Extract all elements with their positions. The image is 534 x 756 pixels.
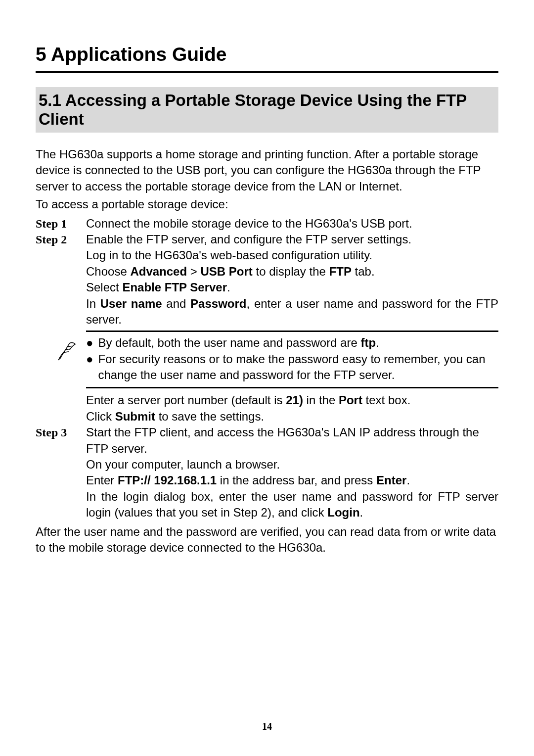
text: in the xyxy=(303,393,339,407)
note-icon-cell xyxy=(57,335,77,362)
step-1: Step 1 Connect the mobile storage device… xyxy=(36,216,498,232)
text: and xyxy=(162,297,191,310)
text: . xyxy=(227,281,230,294)
note-list: ● By default, both the user name and pas… xyxy=(86,335,498,383)
step-3-line-4: In the login dialog box, enter the user … xyxy=(86,489,498,521)
text: in the address bar, and press xyxy=(217,473,376,487)
step-2-line-4: Select Enable FTP Server. xyxy=(86,280,498,295)
text: text box. xyxy=(362,393,410,407)
text: . xyxy=(406,473,410,487)
text: > xyxy=(187,265,200,278)
text: Enter xyxy=(86,473,118,487)
ftp-address: FTP:// 192.168.1.1 xyxy=(118,473,217,487)
note-bullet-1-text: By default, both the user name and passw… xyxy=(98,335,379,351)
key-enter: Enter xyxy=(376,473,406,487)
step-3-line-2: On your computer, launch a browser. xyxy=(86,457,498,472)
note-box: ● By default, both the user name and pas… xyxy=(86,331,498,388)
step-2: Step 2 Enable the FTP server, and config… xyxy=(36,232,498,425)
text: In the login dialog box, enter the user … xyxy=(86,490,498,519)
default-credential: ftp xyxy=(361,336,376,349)
step-3-label: Step 3 xyxy=(36,425,75,440)
text: Select xyxy=(86,281,122,294)
field-password: Password xyxy=(190,297,246,310)
note-bullet-2: ● For security reasons or to make the pa… xyxy=(86,351,498,383)
instruction-lead: To access a portable storage device: xyxy=(36,196,498,212)
step-2-line-3: Choose Advanced > USB Port to display th… xyxy=(86,264,498,280)
intro-paragraph: The HG630a supports a home storage and p… xyxy=(36,146,498,194)
bullet-icon: ● xyxy=(86,351,93,367)
menu-advanced: Advanced xyxy=(130,265,187,278)
note-icon xyxy=(57,339,77,362)
page-number: 14 xyxy=(0,721,534,732)
step-2-line-1: Enable the FTP server, and configure the… xyxy=(86,232,498,247)
step-2-line-7: Click Submit to save the settings. xyxy=(86,409,498,425)
text: Click xyxy=(86,410,115,423)
tab-ftp: FTP xyxy=(329,265,352,278)
step-3-content: Start the FTP client, and access the HG6… xyxy=(86,425,498,520)
steps-list: Step 1 Connect the mobile storage device… xyxy=(36,216,498,521)
text: Enter a server port number (default is xyxy=(86,393,286,407)
step-1-content: Connect the mobile storage device to the… xyxy=(86,216,498,232)
text: to display the xyxy=(253,265,329,278)
button-login: Login xyxy=(327,506,359,519)
text: . xyxy=(360,506,363,519)
text: Choose xyxy=(86,265,130,278)
button-submit: Submit xyxy=(115,410,155,423)
page: 5 Applications Guide 5.1 Accessing a Por… xyxy=(0,0,534,756)
chapter-title: 5 Applications Guide xyxy=(36,44,498,73)
step-1-text: Connect the mobile storage device to the… xyxy=(86,216,498,232)
text: By default, both the user name and passw… xyxy=(98,336,361,349)
default-port: 21) xyxy=(286,393,303,407)
step-2-label: Step 2 xyxy=(36,232,75,247)
option-enable-ftp-server: Enable FTP Server xyxy=(122,281,227,294)
body-text: The HG630a supports a home storage and p… xyxy=(36,146,498,556)
text: tab. xyxy=(352,265,375,278)
text: In xyxy=(86,297,100,310)
section-title: 5.1 Accessing a Portable Storage Device … xyxy=(36,87,498,133)
step-2-line-5: In User name and Password, enter a user … xyxy=(86,296,498,328)
step-2-line-6: Enter a server port number (default is 2… xyxy=(86,392,498,408)
text: to save the settings. xyxy=(155,410,264,423)
step-1-label: Step 1 xyxy=(36,216,75,232)
step-3: Step 3 Start the FTP client, and access … xyxy=(36,425,498,520)
bullet-icon: ● xyxy=(86,335,93,350)
note-bullet-1: ● By default, both the user name and pas… xyxy=(86,335,498,351)
closing-paragraph: After the user name and the password are… xyxy=(36,524,498,556)
text: . xyxy=(376,336,379,349)
step-2-line-2: Log in to the HG630a's web-based configu… xyxy=(86,247,498,263)
field-port: Port xyxy=(339,393,362,407)
field-user-name: User name xyxy=(100,297,162,310)
note-bullet-2-text: For security reasons or to make the pass… xyxy=(98,351,499,383)
menu-usb-port: USB Port xyxy=(200,265,252,278)
step-3-line-3: Enter FTP:// 192.168.1.1 in the address … xyxy=(86,472,498,488)
step-2-content: Enable the FTP server, and configure the… xyxy=(86,232,498,425)
step-3-line-1: Start the FTP client, and access the HG6… xyxy=(86,425,498,457)
